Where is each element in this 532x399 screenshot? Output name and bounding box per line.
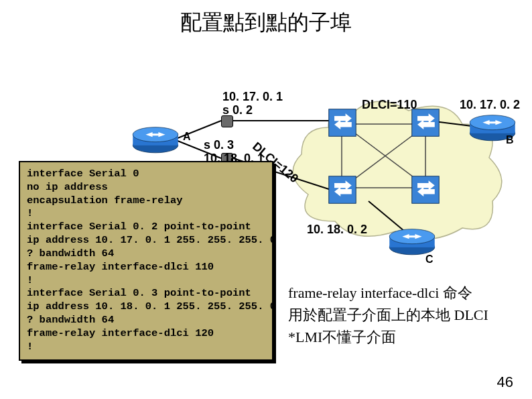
label-b-ip: 10. 17. 0. 2 [460, 98, 520, 112]
router-b-label: B [506, 134, 514, 146]
note-line-3: *LMI不懂子介面 [288, 326, 523, 348]
page-number: 46 [497, 374, 513, 391]
svg-line-0 [174, 121, 221, 139]
label-dlci110: DLCI=110 [362, 98, 417, 112]
note-line-2: 用於配置子介面上的本地 DLCI [288, 304, 523, 326]
fr-switch-tl [327, 107, 358, 138]
router-a-icon [131, 125, 180, 154]
router-a-label: A [183, 131, 191, 143]
fr-switch-br [410, 174, 441, 205]
label-s02-if: s 0. 2 [222, 103, 253, 117]
label-c-ip: 10. 18. 0. 2 [307, 223, 367, 237]
label-s02-ip: 10. 17. 0. 1 [222, 90, 283, 104]
note-line-1: frame-relay interface-dlci 命令 [288, 282, 523, 304]
slide-title: 配置點到點的子埠 [0, 8, 532, 38]
cli-config-block: interface Serial 0 no ip address encapsu… [19, 161, 273, 361]
explanation-text: frame-relay interface-dlci 命令 用於配置子介面上的本… [288, 282, 523, 348]
fr-switch-bl [327, 174, 358, 205]
router-c-label: C [425, 253, 434, 266]
router-c-icon [387, 227, 437, 256]
label-s03-if: s 0. 3 [204, 138, 234, 152]
